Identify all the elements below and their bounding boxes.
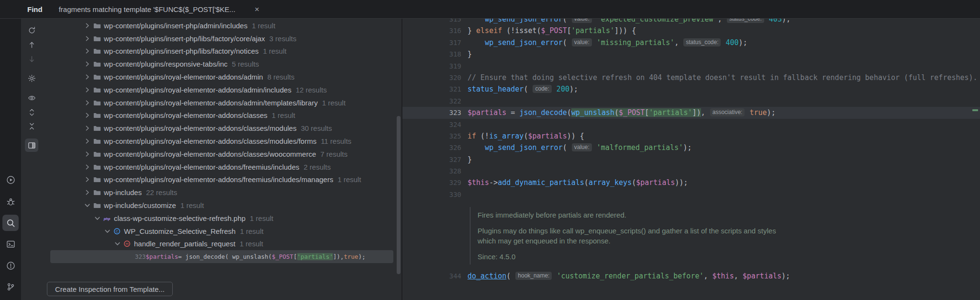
code-segment: = [506, 108, 519, 117]
chevron-right-icon[interactable] [83, 150, 91, 158]
code-segment: [ [645, 108, 649, 117]
code-segment: 'partials' [571, 26, 614, 35]
panel-divider[interactable] [401, 0, 402, 300]
create-inspection-button[interactable]: Create Inspection from Template... [47, 282, 173, 296]
code-segment: ( [632, 178, 636, 187]
editor-line-317[interactable]: 317 wp_send_json_error( value: 'missing_… [402, 37, 980, 48]
tree-row-folder[interactable]: wp-content/plugins/insert-php/libs/facto… [50, 32, 393, 45]
editor-line-325[interactable]: 325if (!is_array($partials)) { [402, 130, 980, 142]
chevron-right-icon[interactable] [83, 73, 91, 81]
search-match-row[interactable]: 323 $partials = json_decode( wp_unslash(… [50, 250, 393, 263]
chevron-right-icon[interactable] [83, 111, 91, 119]
editor-line-324[interactable]: 324 [402, 119, 980, 130]
search-icon [6, 219, 15, 228]
tree-row-folder[interactable]: wp-content/plugins/royal-elementor-addon… [50, 135, 393, 148]
expand-all-button[interactable] [25, 105, 38, 119]
editor-line-316[interactable]: 316} elseif (!isset($_POST['partials']))… [402, 25, 980, 36]
tree-row-folder[interactable]: wp-content/plugins/royal-elementor-addon… [50, 109, 393, 122]
tree-row-folder[interactable]: wp-includes/customize1 result [50, 199, 393, 212]
code-segment: -> [489, 178, 498, 187]
match-text-segment: 323 [135, 253, 146, 260]
editor-line-320[interactable]: 320// Ensure that doing selective refres… [402, 72, 980, 83]
chevron-down-icon[interactable] [103, 227, 111, 235]
navigate-down-button[interactable] [25, 52, 38, 66]
problems-tool-button[interactable] [2, 257, 19, 274]
editor-line-327[interactable]: 327} [402, 154, 980, 165]
chevron-right-icon[interactable] [83, 163, 91, 171]
tree-row-folder[interactable]: wp-content/plugins/insert-php/libs/facto… [50, 45, 393, 58]
run-tool-button[interactable] [2, 172, 19, 188]
chevron-down-icon[interactable] [113, 240, 122, 248]
chevron-right-icon[interactable] [83, 124, 91, 132]
tree-row-folder[interactable]: wp-content/plugins/insert-php/admin/incl… [50, 19, 393, 32]
editor-line-323[interactable]: 323$partials = json_decode(wp_unslash($_… [402, 107, 980, 118]
tree-row-folder[interactable]: wp-content/plugins/royal-elementor-addon… [50, 83, 393, 96]
folder-icon [93, 35, 101, 43]
editor-pane[interactable]: 315 wp_send_json_error( value: 'expected… [402, 0, 980, 300]
tree-row-folder[interactable]: wp-includes22 results [50, 186, 393, 199]
version-control-tool-button[interactable] [2, 278, 19, 295]
tree-row-folder[interactable]: wp-content/plugins/royal-elementor-addon… [50, 96, 393, 109]
open-preview-panel-button[interactable] [25, 138, 38, 152]
debug-icon [6, 197, 15, 206]
chevron-right-icon[interactable] [83, 99, 91, 107]
tree-row-class[interactable]: CWP_Customize_Selective_Refresh1 result [50, 225, 393, 238]
chevron-right-icon[interactable] [83, 35, 91, 43]
chevron-right-icon[interactable] [83, 22, 91, 30]
refresh-button[interactable] [25, 23, 38, 37]
chevron-right-icon[interactable] [83, 175, 91, 184]
editor-line-329[interactable]: 329$this->add_dynamic_partials(array_key… [402, 177, 980, 188]
tree-row-folder[interactable]: wp-content/plugins/royal-elementor-addon… [50, 161, 393, 173]
tree-row-folder[interactable]: wp-content/plugins/royal-elementor-addon… [50, 122, 393, 135]
code-text: wp_send_json_error( value: 'missing_part… [461, 37, 747, 48]
collapse-all-button[interactable] [25, 119, 38, 133]
code-segment: do_action [468, 272, 506, 280]
search-tool-button[interactable] [2, 215, 19, 231]
close-tab-icon[interactable]: × [255, 5, 259, 13]
folder-icon [93, 175, 101, 184]
chevron-right-icon[interactable] [83, 60, 91, 68]
editor-line-330[interactable]: 330 [402, 189, 980, 200]
result-count: 1 result [180, 201, 204, 209]
chevron-right-icon[interactable] [83, 47, 91, 55]
code-segment: $this [468, 178, 489, 187]
debug-tool-button[interactable] [2, 193, 19, 209]
find-toolbar [21, 19, 42, 300]
code-text: } elseif (!isset($_POST['partials'])) { [461, 25, 636, 36]
editor-line-322[interactable]: 322 [402, 95, 980, 107]
tree-row-file[interactable]: phpclass-wp-customize-selective-refresh.… [50, 212, 393, 225]
editor-line-318[interactable]: 318} [402, 48, 980, 60]
editor-line-328[interactable]: 328 [402, 165, 980, 177]
open-preview-panel-icon [28, 141, 36, 150]
result-count: 1 result [240, 240, 263, 248]
tree-row-folder[interactable]: wp-content/plugins/responsive-tabs/inc5 … [50, 58, 393, 70]
tree-row-folder[interactable]: wp-content/plugins/royal-elementor-addon… [50, 148, 393, 161]
tree-row-folder[interactable]: wp-content/plugins/royal-elementor-addon… [50, 173, 393, 186]
tree-item-label: wp-includes/customize [104, 201, 176, 209]
scrollbar-match-marker[interactable] [972, 109, 978, 111]
terminal-tool-button[interactable] [2, 236, 19, 252]
chevron-right-icon[interactable] [83, 86, 91, 94]
chevron-right-icon[interactable] [83, 188, 91, 196]
chevron-down-icon[interactable] [83, 201, 91, 209]
code-segment: )); [675, 178, 688, 187]
code-segment: ])) { [614, 26, 636, 35]
navigate-up-button[interactable] [25, 38, 38, 51]
search-results-tab[interactable]: fragments matching template '$FUNC$($_PO… [59, 5, 235, 13]
preview-eye-button[interactable] [25, 91, 38, 104]
tree-item-label: wp-content/plugins/royal-elementor-addon… [104, 137, 316, 145]
chevron-right-icon[interactable] [83, 137, 91, 145]
settings-gear-button[interactable] [25, 71, 38, 85]
tree-row-method[interactable]: mhandle_render_partials_request1 result [50, 238, 393, 251]
line-number: 329 [402, 177, 461, 188]
chevron-down-icon[interactable] [93, 214, 101, 222]
editor-line-321[interactable]: 321status_header( code: 200); [402, 83, 980, 95]
editor-line-344[interactable]: 344do_action( hook_name: 'customize_rend… [402, 270, 980, 282]
svg-text:php: php [103, 217, 111, 221]
tree-scrollbar[interactable] [397, 116, 401, 274]
tree-row-folder[interactable]: wp-content/plugins/royal-elementor-addon… [50, 70, 393, 83]
navigate-down-icon [28, 55, 36, 63]
match-text-segment: ), [336, 253, 344, 260]
editor-line-319[interactable]: 319 [402, 60, 980, 72]
editor-line-326[interactable]: 326 wp_send_json_error( value: 'malforme… [402, 142, 980, 153]
